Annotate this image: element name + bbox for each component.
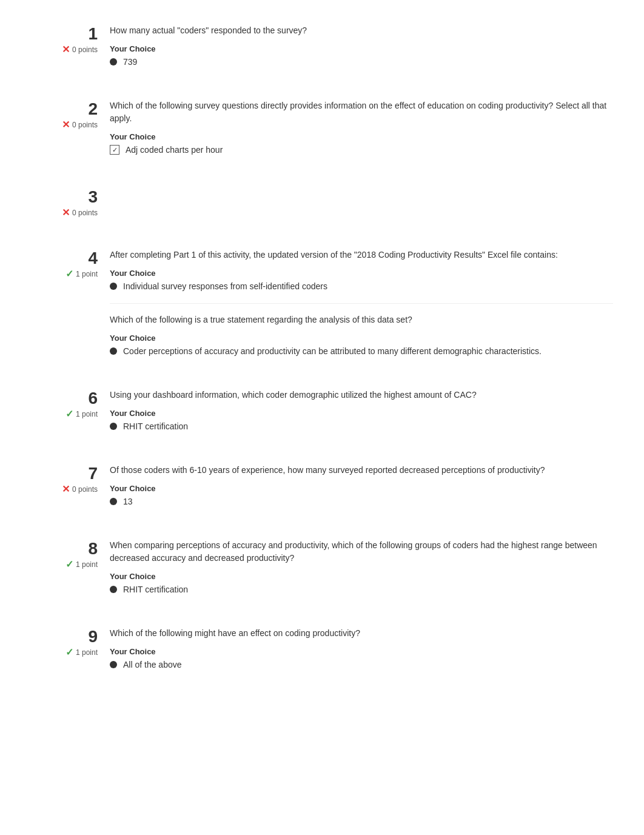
dot-icon [110,586,117,593]
question-left-4: 4✓1 point [31,249,110,358]
choice-text-2-0: Adj coded charts per hour [126,145,223,155]
question-left-1: 1✕0 points [31,24,110,69]
question-right-3 [110,187,613,218]
question-text-2: Which of the following survey questions … [110,99,613,125]
question-right-7: Of those coders with 6-10 years of exper… [110,464,613,509]
question-block-8: 8✓1 pointWhen comparing perceptions of a… [31,539,613,609]
question-number-2: 2 [88,101,98,118]
question-number-4: 4 [88,250,98,267]
question-left-3: 3✕0 points [31,187,110,218]
question-block-9: 9✓1 pointWhich of the following might ha… [31,627,613,684]
choice-item-6-0: RHIT certification [110,421,613,431]
question-left-8: 8✓1 point [31,539,110,597]
choice-text-8-0: RHIT certification [123,585,188,594]
question-left-2: 2✕0 points [31,99,110,157]
choice-text-5-0: Coder perceptions of accuracy and produc… [123,346,542,356]
question-number-1: 1 [88,25,98,42]
question-text-5: Which of the following is a true stateme… [110,314,613,326]
question-text-1: How many actual "coders" responded to th… [110,24,613,37]
dot-icon [110,498,117,505]
wrong-icon: ✕ [62,119,70,130]
question-right-1: How many actual "coders" responded to th… [110,24,613,69]
dot-icon [110,58,117,65]
dot-icon [110,661,117,668]
points-label-9: 1 point [76,648,98,657]
question-status-9: ✓1 point [65,646,98,658]
question-number-3: 3 [88,189,98,206]
page-container: 1✕0 pointsHow many actual "coders" respo… [19,24,625,684]
question-number-7: 7 [88,465,98,482]
choice-item-9-0: All of the above [110,660,613,669]
your-choice-label-9: Your Choice [110,647,613,656]
question-block-7: 7✕0 pointsOf those coders with 6-10 year… [31,464,613,521]
your-choice-label-6: Your Choice [110,409,613,418]
question-right-8: When comparing perceptions of accuracy a… [110,539,613,597]
points-label-1: 0 points [72,45,98,54]
your-choice-label-1: Your Choice [110,44,613,53]
wrong-icon: ✕ [62,483,70,495]
question-left-7: 7✕0 points [31,464,110,509]
choice-text-6-0: RHIT certification [123,421,188,431]
choice-text-7-0: 13 [123,497,133,506]
question-left-9: 9✓1 point [31,627,110,672]
choice-item-2-0: ✓Adj coded charts per hour [110,145,613,155]
dot-icon [110,423,117,430]
question-status-4: ✓1 point [65,268,98,280]
question-status-6: ✓1 point [65,408,98,420]
choice-item-5-0: Coder perceptions of accuracy and produc… [110,346,613,356]
points-label-3: 0 points [72,209,98,217]
question-number-6: 6 [88,390,98,407]
question-right-9: Which of the following might have an eff… [110,627,613,672]
wrong-icon: ✕ [62,207,70,218]
your-choice-label-8: Your Choice [110,572,613,581]
question-text-9: Which of the following might have an eff… [110,627,613,640]
question-block-3: 3✕0 points [31,187,613,230]
choice-item-1-0: 739 [110,57,613,67]
points-label-4: 1 point [76,270,98,278]
choice-item-4-0: Individual survey responses from self-id… [110,281,613,291]
question-block-2: 2✕0 pointsWhich of the following survey … [31,99,613,169]
points-label-2: 0 points [72,121,98,129]
question-text-6: Using your dashboard information, which … [110,389,613,401]
correct-icon: ✓ [65,408,73,420]
checkbox-icon: ✓ [110,145,119,155]
question-block-6: 6✓1 pointUsing your dashboard informatio… [31,389,613,446]
points-label-8: 1 point [76,560,98,569]
question-left-6: 6✓1 point [31,389,110,434]
question-text-4: After completing Part 1 of this activity… [110,249,613,261]
correct-icon: ✓ [65,646,73,658]
your-choice-label-5: Your Choice [110,334,613,343]
points-label-7: 0 points [72,485,98,494]
question-status-1: ✕0 points [62,44,98,55]
question-right-4: After completing Part 1 of this activity… [110,249,613,358]
question-status-2: ✕0 points [62,119,98,130]
question-number-8: 8 [88,540,98,557]
question-status-8: ✓1 point [65,558,98,570]
question-number-9: 9 [88,628,98,645]
correct-icon: ✓ [65,558,73,570]
choice-text-1-0: 739 [123,57,137,67]
your-choice-label-7: Your Choice [110,484,613,493]
correct-icon: ✓ [65,268,73,280]
choice-text-9-0: All of the above [123,660,182,669]
choice-text-4-0: Individual survey responses from self-id… [123,281,327,291]
choice-item-7-0: 13 [110,497,613,506]
question-block-5: Which of the following is a true stateme… [110,303,613,356]
wrong-icon: ✕ [62,44,70,55]
points-label-6: 1 point [76,410,98,418]
question-text-7: Of those coders with 6-10 years of exper… [110,464,613,477]
question-status-7: ✕0 points [62,483,98,495]
your-choice-label-4: Your Choice [110,269,613,278]
dot-icon [110,347,117,355]
question-right-6: Using your dashboard information, which … [110,389,613,434]
dot-icon [110,283,117,290]
question-status-3: ✕0 points [62,207,98,218]
choice-item-8-0: RHIT certification [110,585,613,594]
your-choice-label-2: Your Choice [110,132,613,141]
question-text-8: When comparing perceptions of accuracy a… [110,539,613,565]
question-block-4: 4✓1 pointAfter completing Part 1 of this… [31,249,613,371]
question-block-1: 1✕0 pointsHow many actual "coders" respo… [31,24,613,81]
question-right-2: Which of the following survey questions … [110,99,613,157]
